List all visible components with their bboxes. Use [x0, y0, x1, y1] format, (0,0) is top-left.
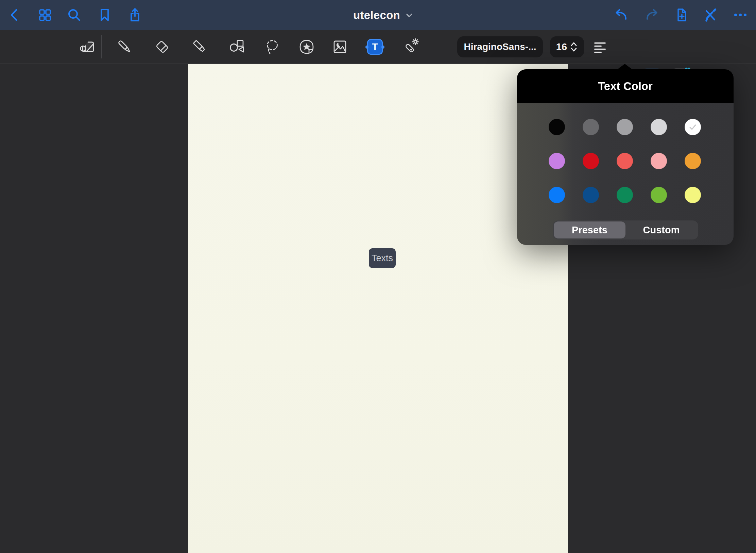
- page-title: utelecon: [353, 9, 400, 22]
- bookmark-icon: [97, 7, 113, 23]
- selection-handle-right: [381, 46, 384, 49]
- font-name-label: HiraginoSans-...: [464, 41, 536, 52]
- more-options-button[interactable]: [733, 7, 748, 23]
- image-tool[interactable]: [331, 38, 349, 56]
- color-swatch-green[interactable]: [617, 187, 633, 203]
- color-swatch-blue[interactable]: [549, 187, 565, 203]
- shapes-icon: [228, 38, 246, 56]
- popover-header: Text Color: [517, 69, 734, 103]
- color-swatch-black[interactable]: [549, 119, 565, 135]
- back-chevron-icon: [6, 7, 22, 23]
- align-left-icon: [591, 38, 609, 56]
- color-swatch-light-green[interactable]: [651, 187, 667, 203]
- lasso-tool[interactable]: [263, 38, 281, 56]
- text-tool-label: T: [372, 41, 378, 52]
- check-icon: [688, 123, 697, 131]
- tab-custom[interactable]: Custom: [625, 221, 697, 238]
- stepper-chevrons-icon: [570, 41, 578, 53]
- toolbar-divider: [101, 35, 102, 58]
- presets-custom-segmented-control: Presets Custom: [553, 220, 698, 239]
- laser-pointer-tool[interactable]: [401, 38, 419, 56]
- font-size-value: 16: [556, 41, 567, 53]
- text-color-popover: Text Color Presets Custom: [517, 69, 734, 245]
- color-swatch-dark-gray[interactable]: [583, 119, 599, 135]
- grid-icon: [37, 7, 53, 23]
- redo-button[interactable]: [644, 7, 659, 23]
- add-page-button[interactable]: [674, 7, 689, 23]
- tools-toolbar: T HiraginoSans-... 16: [0, 30, 756, 64]
- thumbnails-button[interactable]: [37, 7, 53, 23]
- selection-handle-left: [365, 46, 368, 49]
- top-navigation-bar: utelecon: [0, 0, 756, 30]
- undo-icon: [614, 7, 629, 23]
- laser-pointer-icon: [401, 38, 419, 56]
- text-badge-label: Texts: [372, 253, 393, 264]
- color-swatch-purple[interactable]: [549, 153, 565, 169]
- handwriting-mode-tool[interactable]: [79, 38, 96, 56]
- shapes-tool[interactable]: [228, 38, 246, 56]
- tab-presets-label: Presets: [572, 225, 607, 236]
- popover-body: Presets Custom: [517, 103, 734, 245]
- color-swatch-red[interactable]: [583, 153, 599, 169]
- swatch-grid: [517, 103, 734, 203]
- highlighter-icon: [191, 38, 209, 56]
- eraser-icon: [153, 38, 171, 56]
- color-swatch-yellow[interactable]: [685, 187, 701, 203]
- text-align-button[interactable]: [591, 38, 609, 56]
- bookmark-button[interactable]: [97, 7, 113, 23]
- color-swatch-gray[interactable]: [617, 119, 633, 135]
- add-page-icon: [674, 7, 689, 23]
- undo-button[interactable]: [614, 7, 629, 23]
- font-size-stepper[interactable]: 16: [550, 36, 584, 57]
- popover-arrow: [617, 64, 633, 70]
- pencil-x-icon: [703, 7, 718, 23]
- share-button[interactable]: [127, 7, 143, 23]
- pen-icon: [116, 38, 134, 56]
- chevron-down-icon: [405, 11, 414, 20]
- elements-tool[interactable]: [298, 38, 315, 56]
- popover-title: Text Color: [598, 80, 653, 93]
- tab-custom-label: Custom: [643, 225, 680, 236]
- search-icon: [66, 7, 82, 23]
- highlighter-tool[interactable]: [191, 38, 209, 56]
- eraser-tool[interactable]: [153, 38, 171, 56]
- share-icon: [127, 7, 143, 23]
- pen-tool[interactable]: [116, 38, 134, 56]
- note-page-canvas[interactable]: [188, 64, 568, 553]
- stylus-mode-button[interactable]: [703, 7, 718, 23]
- color-swatch-coral[interactable]: [617, 153, 633, 169]
- color-swatch-orange[interactable]: [685, 153, 701, 169]
- search-button[interactable]: [66, 7, 82, 23]
- sticker-star-icon: [298, 38, 315, 56]
- handwriting-mode-icon: [79, 38, 96, 56]
- image-icon: [331, 38, 349, 56]
- back-button[interactable]: [6, 7, 22, 23]
- color-swatch-white[interactable]: [685, 119, 701, 135]
- lasso-icon: [263, 38, 281, 56]
- font-name-button[interactable]: HiraginoSans-...: [457, 36, 543, 57]
- color-swatch-pink[interactable]: [651, 153, 667, 169]
- ellipsis-icon: [733, 7, 748, 23]
- text-object-badge[interactable]: Texts: [369, 248, 396, 268]
- redo-icon: [644, 7, 659, 23]
- text-tool-selected[interactable]: T: [367, 39, 383, 55]
- color-swatch-navy[interactable]: [583, 187, 599, 203]
- tab-presets[interactable]: Presets: [554, 221, 625, 238]
- color-swatch-light-gray[interactable]: [651, 119, 667, 135]
- document-title-button[interactable]: utelecon: [353, 0, 414, 30]
